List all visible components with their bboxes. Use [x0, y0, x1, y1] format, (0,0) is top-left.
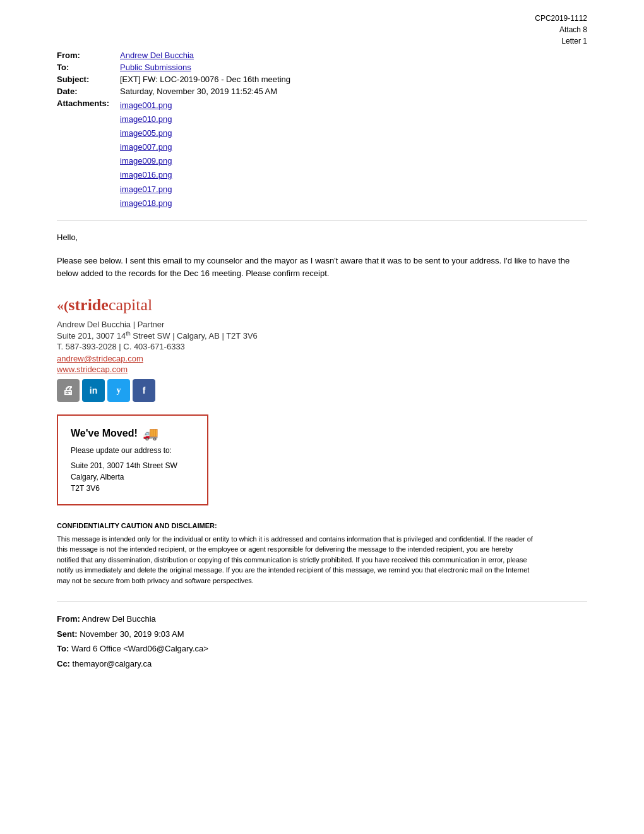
attachment-link[interactable]: image007.png: [120, 140, 172, 154]
disclaimer-title: CONFIDENTIALITY CAUTION AND DISCLAIMER:: [57, 521, 537, 531]
twitter-icon[interactable]: y: [107, 379, 130, 402]
doc-attach: Attach 8: [535, 24, 587, 35]
from-row: From: Andrew Del Bucchia: [57, 51, 587, 60]
sig-phone: T. 587-393-2028 | C. 403-671-6333: [57, 342, 587, 351]
sig-website: www.stridecap.com: [57, 365, 587, 374]
disclaimer: CONFIDENTIALITY CAUTION AND DISCLAIMER: …: [57, 521, 537, 586]
forwarded-from-value: Andrew Del Bucchia: [82, 614, 156, 624]
email-header: From: Andrew Del Bucchia To: Public Subm…: [57, 51, 587, 221]
sig-email: andrew@stridecap.com: [57, 354, 587, 363]
brand-logo: «(stridecapital: [57, 296, 587, 315]
attachments-list: image001.pngimage010.pngimage005.pngimag…: [120, 99, 172, 210]
moved-address-line3: T2T 3V6: [71, 483, 194, 494]
sig-address-line2: Street SW | Calgary, AB | T2T 3V6: [131, 331, 258, 341]
to-row: To: Public Submissions: [57, 63, 587, 72]
signature-section: «(stridecapital Andrew Del Bucchia | Par…: [57, 296, 587, 402]
disclaimer-text: This message is intended only for the in…: [57, 534, 537, 586]
attachment-link[interactable]: image016.png: [120, 168, 172, 182]
forwarded-sent-label: Sent:: [57, 629, 78, 639]
subject-label: Subject:: [57, 75, 120, 84]
forwarded-to: To: Ward 6 Office <Ward06@Calgary.ca>: [57, 641, 587, 656]
moved-box: We've Moved! 🚚 Please update our address…: [57, 414, 208, 505]
sig-website-link[interactable]: www.stridecap.com: [57, 365, 128, 374]
from-value[interactable]: Andrew Del Bucchia: [120, 51, 194, 60]
email-body: Hello, Please see below. I sent this ema…: [57, 231, 587, 281]
print-icon[interactable]: 🖨: [57, 379, 80, 402]
to-label: To:: [57, 63, 120, 72]
attachments-row: Attachments: image001.pngimage010.pngima…: [57, 99, 587, 210]
forwarded-header: From: Andrew Del Bucchia Sent: November …: [57, 612, 587, 671]
forwarded-to-value: Ward 6 Office <Ward06@Calgary.ca>: [71, 644, 208, 653]
attachment-link[interactable]: image018.png: [120, 196, 172, 210]
forwarded-sent: Sent: November 30, 2019 9:03 AM: [57, 627, 587, 641]
linkedin-icon[interactable]: in: [82, 379, 105, 402]
doc-id: CPC2019-1112: [535, 13, 587, 24]
attachment-link[interactable]: image005.png: [120, 126, 172, 140]
sig-address: Suite 201, 3007 14th Street SW | Calgary…: [57, 330, 587, 341]
attachments-label: Attachments:: [57, 99, 120, 108]
brand-chevrons: «(: [57, 298, 68, 313]
moved-address-line1: Suite 201, 3007 14th Street SW: [71, 460, 194, 471]
divider: [57, 601, 587, 601]
greeting: Hello,: [57, 231, 587, 245]
document-info: CPC2019-1112 Attach 8 Letter 1: [535, 13, 587, 47]
truck-icon: 🚚: [143, 426, 158, 441]
attachment-link[interactable]: image017.png: [120, 183, 172, 196]
sig-name: Andrew Del Bucchia | Partner: [57, 320, 587, 329]
to-value[interactable]: Public Submissions: [120, 63, 191, 72]
forwarded-from: From: Andrew Del Bucchia: [57, 612, 587, 626]
subject-row: Subject: [EXT] FW: LOC-2019-0076 - Dec 1…: [57, 75, 587, 84]
moved-title-text: We've Moved!: [71, 428, 138, 439]
moved-address-line2: Calgary, Alberta: [71, 471, 194, 483]
attachment-link[interactable]: image009.png: [120, 154, 172, 168]
body-paragraph: Please see below. I sent this email to m…: [57, 255, 587, 281]
brand-stride: stride: [68, 296, 109, 314]
date-value: Saturday, November 30, 2019 11:52:45 AM: [120, 87, 277, 96]
from-label: From:: [57, 51, 120, 60]
subject-value: [EXT] FW: LOC-2019-0076 - Dec 16th meeti…: [120, 75, 290, 84]
doc-letter: Letter 1: [535, 35, 587, 47]
sig-email-link[interactable]: andrew@stridecap.com: [57, 354, 143, 363]
social-icons: 🖨 in y f: [57, 379, 587, 402]
forwarded-cc: Cc: themayor@calgary.ca: [57, 656, 587, 671]
moved-title: We've Moved! 🚚: [71, 426, 194, 441]
date-label: Date:: [57, 87, 120, 96]
facebook-icon[interactable]: f: [133, 379, 155, 402]
forwarded-from-label: From:: [57, 614, 80, 624]
date-row: Date: Saturday, November 30, 2019 11:52:…: [57, 87, 587, 96]
forwarded-cc-value: themayor@calgary.ca: [73, 659, 152, 668]
attachment-link[interactable]: image001.png: [120, 99, 172, 112]
sig-address-sup: th: [126, 330, 131, 337]
moved-subtitle: Please update our address to:: [71, 446, 194, 455]
brand-capital: capital: [109, 296, 152, 314]
forwarded-sent-value: November 30, 2019 9:03 AM: [80, 629, 184, 639]
attachment-link[interactable]: image010.png: [120, 112, 172, 126]
sig-address-line1: Suite 201, 3007 14: [57, 331, 126, 341]
forwarded-cc-label: Cc:: [57, 659, 70, 668]
forwarded-to-label: To:: [57, 644, 69, 653]
moved-address: Suite 201, 3007 14th Street SW Calgary, …: [71, 460, 194, 494]
